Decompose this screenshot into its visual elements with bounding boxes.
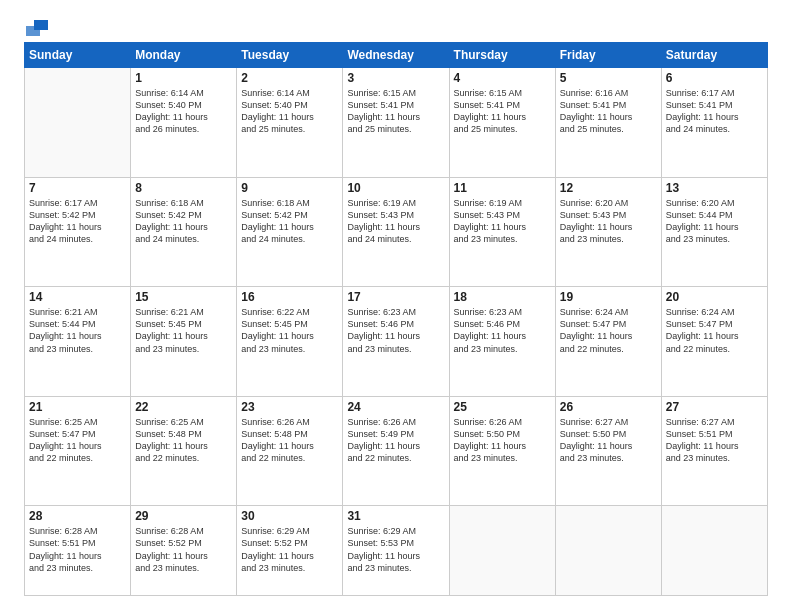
table-row: 24Sunrise: 6:26 AMSunset: 5:49 PMDayligh…	[343, 396, 449, 506]
day-details: Sunrise: 6:26 AMSunset: 5:49 PMDaylight:…	[347, 416, 444, 465]
day-details: Sunrise: 6:14 AMSunset: 5:40 PMDaylight:…	[241, 87, 338, 136]
table-row: 21Sunrise: 6:25 AMSunset: 5:47 PMDayligh…	[25, 396, 131, 506]
page: SundayMondayTuesdayWednesdayThursdayFrid…	[0, 0, 792, 612]
calendar-week-5: 28Sunrise: 6:28 AMSunset: 5:51 PMDayligh…	[25, 506, 768, 596]
table-row: 25Sunrise: 6:26 AMSunset: 5:50 PMDayligh…	[449, 396, 555, 506]
day-details: Sunrise: 6:18 AMSunset: 5:42 PMDaylight:…	[135, 197, 232, 246]
day-number: 29	[135, 509, 232, 523]
table-row: 3Sunrise: 6:15 AMSunset: 5:41 PMDaylight…	[343, 68, 449, 178]
day-number: 21	[29, 400, 126, 414]
day-details: Sunrise: 6:27 AMSunset: 5:50 PMDaylight:…	[560, 416, 657, 465]
day-number: 27	[666, 400, 763, 414]
day-number: 22	[135, 400, 232, 414]
day-number: 17	[347, 290, 444, 304]
day-details: Sunrise: 6:17 AMSunset: 5:42 PMDaylight:…	[29, 197, 126, 246]
table-row: 2Sunrise: 6:14 AMSunset: 5:40 PMDaylight…	[237, 68, 343, 178]
table-row: 6Sunrise: 6:17 AMSunset: 5:41 PMDaylight…	[661, 68, 767, 178]
table-row: 15Sunrise: 6:21 AMSunset: 5:45 PMDayligh…	[131, 287, 237, 397]
day-details: Sunrise: 6:26 AMSunset: 5:50 PMDaylight:…	[454, 416, 551, 465]
day-details: Sunrise: 6:26 AMSunset: 5:48 PMDaylight:…	[241, 416, 338, 465]
day-details: Sunrise: 6:23 AMSunset: 5:46 PMDaylight:…	[347, 306, 444, 355]
logo-icon	[26, 20, 48, 36]
day-details: Sunrise: 6:16 AMSunset: 5:41 PMDaylight:…	[560, 87, 657, 136]
day-number: 18	[454, 290, 551, 304]
table-row: 4Sunrise: 6:15 AMSunset: 5:41 PMDaylight…	[449, 68, 555, 178]
day-number: 23	[241, 400, 338, 414]
day-details: Sunrise: 6:25 AMSunset: 5:47 PMDaylight:…	[29, 416, 126, 465]
day-number: 13	[666, 181, 763, 195]
day-details: Sunrise: 6:19 AMSunset: 5:43 PMDaylight:…	[454, 197, 551, 246]
day-details: Sunrise: 6:17 AMSunset: 5:41 PMDaylight:…	[666, 87, 763, 136]
day-number: 20	[666, 290, 763, 304]
day-number: 25	[454, 400, 551, 414]
table-row: 29Sunrise: 6:28 AMSunset: 5:52 PMDayligh…	[131, 506, 237, 596]
day-number: 1	[135, 71, 232, 85]
table-row	[555, 506, 661, 596]
table-row: 22Sunrise: 6:25 AMSunset: 5:48 PMDayligh…	[131, 396, 237, 506]
day-number: 5	[560, 71, 657, 85]
day-details: Sunrise: 6:15 AMSunset: 5:41 PMDaylight:…	[347, 87, 444, 136]
day-details: Sunrise: 6:28 AMSunset: 5:51 PMDaylight:…	[29, 525, 126, 574]
day-details: Sunrise: 6:20 AMSunset: 5:43 PMDaylight:…	[560, 197, 657, 246]
table-row: 7Sunrise: 6:17 AMSunset: 5:42 PMDaylight…	[25, 177, 131, 287]
table-row	[25, 68, 131, 178]
day-details: Sunrise: 6:24 AMSunset: 5:47 PMDaylight:…	[666, 306, 763, 355]
day-details: Sunrise: 6:29 AMSunset: 5:53 PMDaylight:…	[347, 525, 444, 574]
day-details: Sunrise: 6:21 AMSunset: 5:44 PMDaylight:…	[29, 306, 126, 355]
calendar-header-row: SundayMondayTuesdayWednesdayThursdayFrid…	[25, 43, 768, 68]
day-details: Sunrise: 6:27 AMSunset: 5:51 PMDaylight:…	[666, 416, 763, 465]
day-number: 4	[454, 71, 551, 85]
table-row: 5Sunrise: 6:16 AMSunset: 5:41 PMDaylight…	[555, 68, 661, 178]
calendar-header-monday: Monday	[131, 43, 237, 68]
calendar: SundayMondayTuesdayWednesdayThursdayFrid…	[24, 42, 768, 596]
table-row: 27Sunrise: 6:27 AMSunset: 5:51 PMDayligh…	[661, 396, 767, 506]
day-number: 16	[241, 290, 338, 304]
day-details: Sunrise: 6:22 AMSunset: 5:45 PMDaylight:…	[241, 306, 338, 355]
day-number: 28	[29, 509, 126, 523]
table-row: 8Sunrise: 6:18 AMSunset: 5:42 PMDaylight…	[131, 177, 237, 287]
day-number: 31	[347, 509, 444, 523]
day-details: Sunrise: 6:28 AMSunset: 5:52 PMDaylight:…	[135, 525, 232, 574]
day-details: Sunrise: 6:23 AMSunset: 5:46 PMDaylight:…	[454, 306, 551, 355]
table-row: 12Sunrise: 6:20 AMSunset: 5:43 PMDayligh…	[555, 177, 661, 287]
day-number: 7	[29, 181, 126, 195]
table-row: 13Sunrise: 6:20 AMSunset: 5:44 PMDayligh…	[661, 177, 767, 287]
table-row: 16Sunrise: 6:22 AMSunset: 5:45 PMDayligh…	[237, 287, 343, 397]
day-number: 30	[241, 509, 338, 523]
calendar-week-4: 21Sunrise: 6:25 AMSunset: 5:47 PMDayligh…	[25, 396, 768, 506]
calendar-week-2: 7Sunrise: 6:17 AMSunset: 5:42 PMDaylight…	[25, 177, 768, 287]
day-details: Sunrise: 6:24 AMSunset: 5:47 PMDaylight:…	[560, 306, 657, 355]
day-number: 15	[135, 290, 232, 304]
day-number: 19	[560, 290, 657, 304]
calendar-week-1: 1Sunrise: 6:14 AMSunset: 5:40 PMDaylight…	[25, 68, 768, 178]
table-row	[449, 506, 555, 596]
table-row: 26Sunrise: 6:27 AMSunset: 5:50 PMDayligh…	[555, 396, 661, 506]
calendar-header-thursday: Thursday	[449, 43, 555, 68]
calendar-header-sunday: Sunday	[25, 43, 131, 68]
day-details: Sunrise: 6:29 AMSunset: 5:52 PMDaylight:…	[241, 525, 338, 574]
calendar-header-tuesday: Tuesday	[237, 43, 343, 68]
day-number: 3	[347, 71, 444, 85]
table-row: 9Sunrise: 6:18 AMSunset: 5:42 PMDaylight…	[237, 177, 343, 287]
table-row: 20Sunrise: 6:24 AMSunset: 5:47 PMDayligh…	[661, 287, 767, 397]
day-number: 14	[29, 290, 126, 304]
day-details: Sunrise: 6:14 AMSunset: 5:40 PMDaylight:…	[135, 87, 232, 136]
table-row: 11Sunrise: 6:19 AMSunset: 5:43 PMDayligh…	[449, 177, 555, 287]
day-number: 11	[454, 181, 551, 195]
day-number: 8	[135, 181, 232, 195]
day-details: Sunrise: 6:25 AMSunset: 5:48 PMDaylight:…	[135, 416, 232, 465]
table-row: 28Sunrise: 6:28 AMSunset: 5:51 PMDayligh…	[25, 506, 131, 596]
table-row: 19Sunrise: 6:24 AMSunset: 5:47 PMDayligh…	[555, 287, 661, 397]
day-details: Sunrise: 6:19 AMSunset: 5:43 PMDaylight:…	[347, 197, 444, 246]
table-row: 31Sunrise: 6:29 AMSunset: 5:53 PMDayligh…	[343, 506, 449, 596]
day-number: 9	[241, 181, 338, 195]
calendar-header-saturday: Saturday	[661, 43, 767, 68]
calendar-header-wednesday: Wednesday	[343, 43, 449, 68]
day-number: 10	[347, 181, 444, 195]
calendar-header-friday: Friday	[555, 43, 661, 68]
header	[24, 20, 768, 32]
table-row: 23Sunrise: 6:26 AMSunset: 5:48 PMDayligh…	[237, 396, 343, 506]
day-details: Sunrise: 6:21 AMSunset: 5:45 PMDaylight:…	[135, 306, 232, 355]
table-row: 10Sunrise: 6:19 AMSunset: 5:43 PMDayligh…	[343, 177, 449, 287]
day-number: 12	[560, 181, 657, 195]
